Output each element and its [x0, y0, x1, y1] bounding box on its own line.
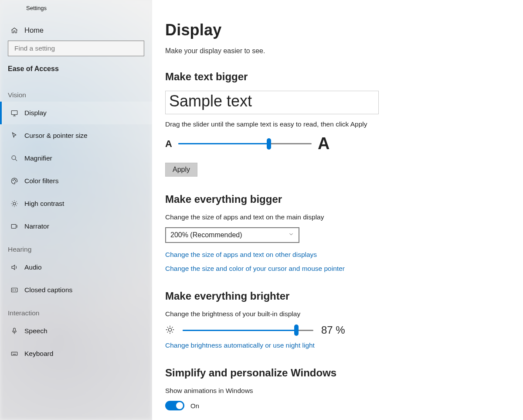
- sidebar-item-label: Magnifier: [24, 154, 52, 162]
- scale-dropdown[interactable]: 200% (Recommended): [165, 227, 299, 243]
- group-interaction: Interaction: [0, 301, 152, 320]
- svg-rect-10: [11, 352, 17, 355]
- heading-everything-bigger: Make everything bigger: [165, 193, 506, 205]
- sidebar-item-label: Narrator: [24, 222, 49, 230]
- svg-point-2: [12, 156, 16, 160]
- home-label: Home: [24, 26, 44, 34]
- audio-icon: [8, 263, 21, 271]
- narrator-icon: [8, 222, 21, 230]
- svg-point-4: [14, 179, 15, 180]
- sidebar-item-magnifier[interactable]: Magnifier: [0, 147, 152, 170]
- titlebar: Settings: [0, 0, 152, 16]
- sidebar-item-label: Speech: [24, 327, 48, 335]
- link-night-light[interactable]: Change brightness automatically or use n…: [165, 341, 506, 349]
- svg-point-5: [15, 180, 16, 181]
- text-size-slider[interactable]: [178, 138, 312, 150]
- text-slider-help: Drag the slider until the sample text is…: [165, 120, 506, 128]
- contrast-icon: [8, 200, 21, 208]
- svg-point-6: [13, 202, 16, 205]
- sidebar-item-audio[interactable]: Audio: [0, 256, 152, 279]
- magnifier-icon: [8, 154, 21, 162]
- main-content: Display Make your display easier to see.…: [152, 0, 523, 420]
- sidebar-item-cursor[interactable]: Cursor & pointer size: [0, 124, 152, 147]
- heading-simplify: Simplify and personalize Windows: [165, 367, 506, 379]
- scale-desc: Change the size of apps and text on the …: [165, 213, 506, 221]
- chevron-down-icon: [288, 231, 294, 239]
- svg-rect-8: [11, 288, 17, 292]
- scale-selected: 200% (Recommended): [170, 231, 242, 239]
- back-button[interactable]: [3, 0, 20, 16]
- sidebar-item-closed-captions[interactable]: Closed captions: [0, 279, 152, 301]
- keyboard-icon: [8, 350, 21, 358]
- window-title: Settings: [20, 5, 47, 11]
- sidebar-item-home[interactable]: Home: [0, 16, 152, 41]
- search-input[interactable]: [8, 41, 144, 56]
- animations-label: Show animations in Windows: [165, 387, 506, 395]
- sample-text-box: Sample text: [165, 91, 379, 114]
- group-vision: Vision: [0, 83, 152, 102]
- sidebar-item-label: Cursor & pointer size: [24, 132, 88, 140]
- mic-icon: [8, 327, 21, 335]
- sidebar-item-label: Keyboard: [24, 350, 53, 358]
- sidebar-item-keyboard[interactable]: Keyboard: [0, 342, 152, 365]
- animations-state: On: [190, 402, 199, 410]
- home-icon: [8, 27, 21, 34]
- heading-brighter: Make everything brighter: [165, 290, 506, 302]
- animations-toggle[interactable]: [165, 401, 184, 410]
- link-other-displays[interactable]: Change the size of apps and text on othe…: [165, 251, 506, 259]
- page-title: Display: [165, 21, 506, 39]
- section-label: Ease of Access: [0, 64, 152, 83]
- link-cursor-color[interactable]: Change the size and color of your cursor…: [165, 265, 506, 273]
- group-hearing: Hearing: [0, 238, 152, 256]
- sidebar-item-display[interactable]: Display: [0, 102, 152, 124]
- svg-point-11: [168, 328, 171, 331]
- sidebar-item-label: Audio: [24, 263, 42, 271]
- page-subtitle: Make your display easier to see.: [165, 47, 506, 55]
- monitor-icon: [8, 109, 21, 117]
- svg-rect-1: [11, 111, 17, 115]
- sidebar-item-narrator[interactable]: Narrator: [0, 215, 152, 238]
- search-field[interactable]: [14, 44, 139, 53]
- svg-point-3: [13, 180, 14, 181]
- heading-text-bigger: Make text bigger: [165, 71, 506, 83]
- sidebar-item-label: Color filters: [24, 177, 58, 185]
- sidebar-item-label: Closed captions: [24, 286, 72, 294]
- cursor-icon: [8, 132, 21, 140]
- slider-small-a: A: [165, 138, 172, 150]
- svg-rect-7: [11, 225, 16, 229]
- sidebar-item-high-contrast[interactable]: High contrast: [0, 192, 152, 215]
- sidebar: Settings Home Ease of Access Vision Disp…: [0, 0, 152, 420]
- cc-icon: [8, 286, 21, 294]
- sidebar-item-label: High contrast: [24, 200, 64, 208]
- brightness-slider[interactable]: [183, 324, 313, 336]
- sidebar-item-label: Display: [24, 109, 47, 117]
- brightness-icon: [165, 325, 175, 336]
- brightness-value: 87 %: [321, 324, 345, 336]
- palette-icon: [8, 177, 21, 185]
- apply-button[interactable]: Apply: [165, 163, 197, 177]
- sidebar-item-speech[interactable]: Speech: [0, 320, 152, 342]
- svg-rect-9: [14, 328, 16, 331]
- brightness-desc: Change the brightness of your built-in d…: [165, 310, 506, 318]
- slider-big-a: A: [318, 134, 329, 153]
- sidebar-item-color-filters[interactable]: Color filters: [0, 170, 152, 192]
